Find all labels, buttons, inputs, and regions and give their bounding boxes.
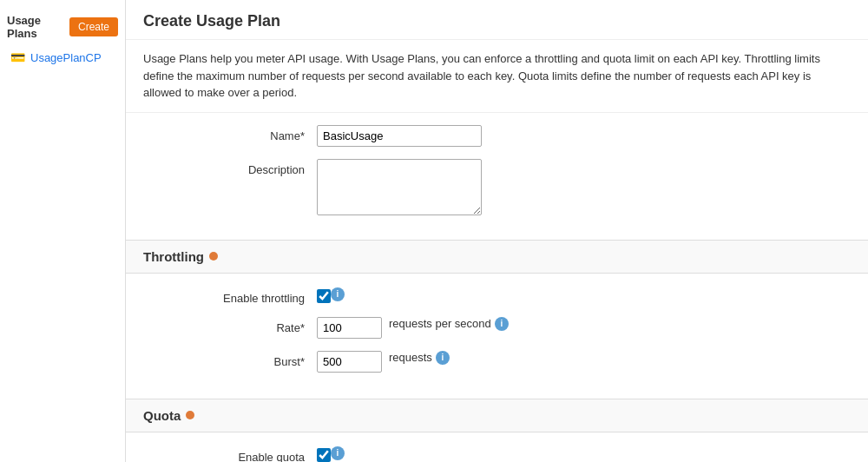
enable-throttling-checkbox[interactable] [317,289,331,303]
enable-quota-row: Enable quota i [143,446,851,463]
rate-label: Rate* [143,317,317,334]
name-row: Name* [143,125,851,147]
quota-section-body: Enable quota i requests per Day Week Mon… [126,432,868,463]
enable-quota-label: Enable quota [143,446,317,463]
burst-suffix: requests i [389,351,450,365]
main-content: Create Usage Plan Usage Plans help you m… [126,0,868,462]
sidebar-nav-label: UsagePlanCP [30,51,102,64]
throttling-section-header: Throttling [126,240,868,274]
burst-row: Burst* requests i [143,351,851,373]
description-label: Description [143,159,317,176]
enable-throttling-label: Enable throttling [143,287,317,305]
page-title: Create Usage Plan [126,0,868,40]
quota-label: Quota [143,408,181,423]
quota-info-icon[interactable]: i [331,446,345,460]
basic-form-section: Name* Description [126,113,868,240]
sidebar-header: Usage Plans Create [0,9,125,45]
quota-status-dot [186,411,194,419]
page-description: Usage Plans help you meter API usage. Wi… [126,40,868,113]
name-label: Name* [143,125,317,142]
throttling-label: Throttling [143,249,204,264]
burst-info-icon[interactable]: i [436,351,450,365]
throttling-status-dot [209,252,218,261]
description-row: Description [143,159,851,215]
create-button[interactable]: Create [69,17,118,36]
sidebar: Usage Plans Create 💳 UsagePlanCP [0,0,126,462]
enable-quota-checkbox[interactable] [317,448,331,462]
rate-input[interactable] [317,317,382,339]
burst-input[interactable] [317,351,382,373]
enable-throttling-row: Enable throttling i [143,287,851,305]
sidebar-title: Usage Plans [7,14,64,40]
rate-suffix: requests per second i [389,317,509,331]
quota-section-header: Quota [126,399,868,432]
burst-label: Burst* [143,351,317,368]
throttling-section-body: Enable throttling i Rate* requests per s… [126,274,868,399]
description-input[interactable] [317,159,482,215]
name-input[interactable] [317,125,482,147]
throttling-info-icon[interactable]: i [331,287,345,301]
rate-row: Rate* requests per second i [143,317,851,339]
rate-info-icon[interactable]: i [495,317,509,331]
card-icon: 💳 [10,50,25,64]
sidebar-item-usageplancp[interactable]: 💳 UsagePlanCP [0,45,125,69]
